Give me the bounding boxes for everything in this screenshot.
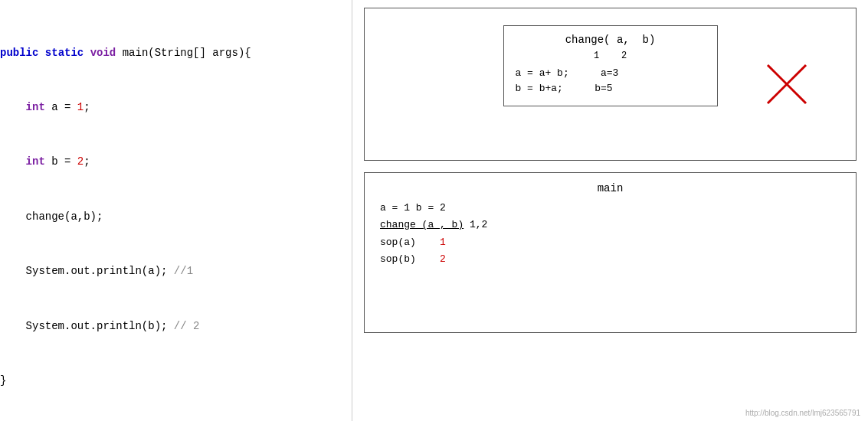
code-panel: public static void main(String[] args){ … xyxy=(0,0,352,421)
sop-a-label: sop(a) xyxy=(380,237,416,248)
sop-b-label: sop(b) xyxy=(380,253,416,265)
code-content: public static void main(String[] args){ … xyxy=(0,8,344,421)
change-call-underline: change (a , b) xyxy=(380,219,463,230)
red-x-icon xyxy=(764,61,810,107)
code-line-1: public static void main(String[] args){ xyxy=(0,44,344,63)
change-line1: a = a+ b; a=3 xyxy=(516,67,706,79)
code-line-6: System.out.println(b); // 2 xyxy=(0,318,344,336)
bottom-diagram-box: main a = 1 b = 2 change (a , b) 1,2 sop(… xyxy=(364,172,857,333)
change-call-args: 1,2 xyxy=(463,219,487,230)
change-title: change( a, b) xyxy=(516,34,706,46)
change-line2: b = b+a; b=5 xyxy=(516,83,706,94)
main-ab-line: a = 1 b = 2 xyxy=(380,202,840,214)
main-title: main xyxy=(380,182,840,194)
code-line-4: change(a,b); xyxy=(0,208,344,227)
main-change-line: change (a , b) 1,2 xyxy=(380,219,840,230)
main-sop-b-line: sop(b) 2 xyxy=(380,253,840,265)
code-line-2: int a = 1; xyxy=(0,99,344,117)
watermark-text: http://blog.csdn.net/lmj623565791 xyxy=(745,409,860,417)
change-subtitle-nums: 1 2 xyxy=(516,51,706,61)
sop-b-value: 2 xyxy=(440,253,446,265)
code-line-5: System.out.println(a); //1 xyxy=(0,263,344,281)
code-line-3: int b = 2; xyxy=(0,153,344,171)
code-line-7: } xyxy=(0,372,344,390)
diagram-panel: change( a, b) 1 2 a = a+ b; a=3 b = b+a;… xyxy=(352,0,868,421)
top-diagram-box: change( a, b) 1 2 a = a+ b; a=3 b = b+a;… xyxy=(364,8,857,161)
main-sop-a-line: sop(a) 1 xyxy=(380,237,840,248)
sop-a-value: 1 xyxy=(440,237,446,248)
change-inner-box: change( a, b) 1 2 a = a+ b; a=3 b = b+a;… xyxy=(503,25,718,106)
main-sop-block: sop(a) 1 sop(b) 2 xyxy=(380,237,840,265)
